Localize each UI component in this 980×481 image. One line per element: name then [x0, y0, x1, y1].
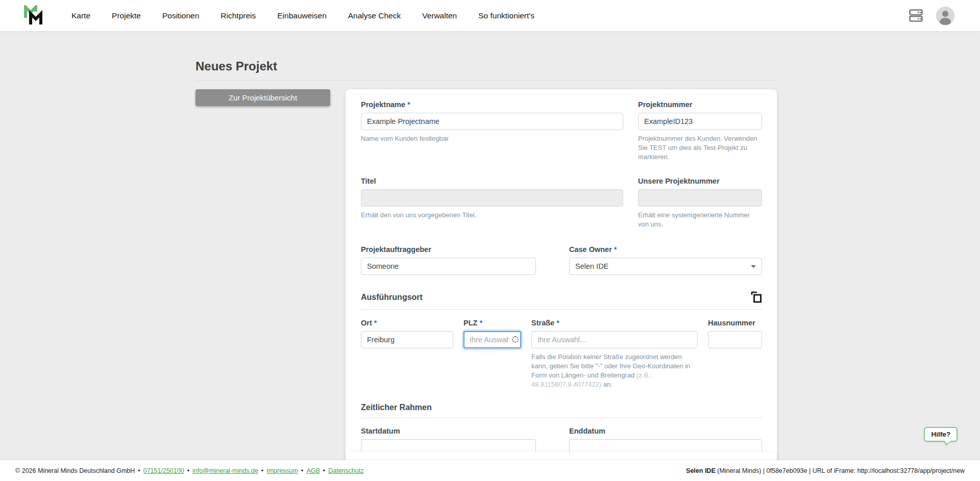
strasse-helper-suffix: an.: [601, 381, 612, 388]
required-asterisk: *: [479, 319, 482, 327]
footer-link-phone[interactable]: 07151/250100: [143, 467, 184, 474]
nav-item-verwalten[interactable]: Verwalten: [422, 11, 457, 20]
field-titel: Titel Erhält den von uns vorgegebenen Ti…: [361, 177, 623, 229]
strasse-input[interactable]: [531, 331, 698, 348]
projektnummer-input[interactable]: [638, 113, 762, 130]
section-divider: [361, 309, 762, 310]
field-strasse: Straße* Falls die Position keiner Straße…: [531, 319, 698, 389]
session-details: (Mineral Minds) | 0f58e7eb093e | URL of …: [716, 467, 965, 474]
titel-helper: Erhält den von uns vorgegebenen Titel.: [361, 211, 623, 220]
ausfuehrungsort-title: Ausführungsort: [361, 293, 423, 302]
chevron-down-icon: [751, 265, 756, 268]
mineral-minds-logo-icon[interactable]: [23, 5, 45, 27]
footer-separator: •: [138, 467, 140, 474]
hausnummer-label: Hausnummer: [708, 319, 755, 327]
server-icon[interactable]: [909, 9, 923, 22]
help-button[interactable]: Hilfe?: [924, 427, 958, 442]
field-case-owner: Case Owner* Selen IDE: [569, 245, 762, 275]
nav-item-so-funktionierts[interactable]: So funktioniert's: [478, 11, 534, 20]
hausnummer-input[interactable]: [708, 331, 762, 348]
zeitlicher-rahmen-title: Zeitlicher Rahmen: [361, 403, 432, 412]
projektname-helper: Name vom Kunden festlegbar: [361, 134, 623, 143]
required-asterisk: *: [374, 319, 377, 327]
enddatum-label: Enddatum: [569, 427, 605, 435]
section-ausfuehrungsort: Ausführungsort Ort*: [361, 291, 762, 389]
case-owner-select[interactable]: Selen IDE: [569, 258, 762, 275]
required-asterisk: *: [614, 245, 617, 254]
case-owner-selected-value: Selen IDE: [575, 262, 608, 270]
unsere-projektnummer-helper: Erhält eine systemgenerierte Nummer von …: [638, 211, 762, 229]
projektnummer-helper: Projektnummer des Kunden. Verwenden Sie …: [638, 134, 762, 162]
titel-label: Titel: [361, 177, 376, 185]
top-navbar: Karte Projekte Positionen Richtpreis Ein…: [0, 0, 980, 31]
nav-item-positionen[interactable]: Positionen: [162, 11, 199, 20]
footer-session-info: Selen IDE (Mineral Minds) | 0f58e7eb093e…: [686, 467, 965, 474]
titel-input: [361, 189, 623, 207]
nav-item-analyse-check[interactable]: Analyse Check: [348, 11, 401, 20]
projektname-label: Projektname: [361, 100, 405, 109]
projektnummer-label: Projektnummer: [638, 100, 692, 109]
ort-label: Ort: [361, 319, 372, 327]
footer-left: © 2026 Mineral Minds Deutschland GmbH • …: [15, 467, 364, 474]
section-zeitlicher-rahmen: Zeitlicher Rahmen Startdatum Enddatum: [361, 403, 762, 457]
user-avatar-icon[interactable]: [936, 7, 954, 25]
help-bubble-tail: [944, 438, 952, 446]
title-divider: [195, 80, 777, 81]
strasse-label: Straße: [531, 319, 554, 327]
loading-spinner-icon: [512, 336, 519, 343]
main-content: Neues Projekt Zur Projektübersicht Proje…: [195, 31, 777, 469]
copy-address-button[interactable]: [751, 291, 762, 303]
page-footer: © 2026 Mineral Minds Deutschland GmbH • …: [0, 460, 980, 481]
unsere-projektnummer-label: Unsere Projektnummer: [638, 177, 720, 185]
footer-separator: •: [261, 467, 263, 474]
footer-separator: •: [323, 467, 325, 474]
strasse-helper-text: Falls die Position keiner Straße zugeord…: [531, 353, 690, 379]
field-hausnummer: Hausnummer: [708, 319, 762, 389]
footer-separator: •: [301, 467, 303, 474]
case-owner-label: Case Owner: [569, 245, 612, 254]
field-projektnummer: Projektnummer Projektnummer des Kunden. …: [638, 100, 762, 162]
footer-link-agb[interactable]: AGB: [306, 467, 320, 474]
ort-input[interactable]: [361, 331, 453, 348]
nav-item-einbauweisen[interactable]: Einbauweisen: [277, 11, 327, 20]
footer-link-datenschutz[interactable]: Datenschutz: [328, 467, 363, 474]
startdatum-label: Startdatum: [361, 427, 400, 435]
nav-item-projekte[interactable]: Projekte: [112, 11, 141, 20]
footer-separator: •: [187, 467, 189, 474]
session-user: Selen IDE: [686, 467, 716, 474]
help-label: Hilfe?: [931, 431, 950, 438]
field-plz: PLZ*: [463, 319, 521, 389]
field-ort: Ort*: [361, 319, 453, 389]
unsere-projektnummer-input: [638, 189, 762, 207]
projektauftraggeber-input[interactable]: [361, 258, 536, 275]
footer-link-email[interactable]: info@mineral-minds.de: [192, 467, 258, 474]
footer-link-impressum[interactable]: Impressum: [266, 467, 298, 474]
section-divider: [361, 418, 762, 418]
copyright-text: © 2026 Mineral Minds Deutschland GmbH: [15, 467, 135, 474]
project-overview-button[interactable]: Zur Projektübersicht: [195, 89, 330, 106]
strasse-helper: Falls die Position keiner Straße zugeord…: [531, 352, 698, 389]
field-projektname: Projektname* Name vom Kunden festlegbar: [361, 100, 623, 162]
plz-label: PLZ: [463, 319, 477, 327]
nav-item-karte[interactable]: Karte: [71, 11, 90, 20]
field-projektauftraggeber: Projektauftraggeber: [361, 245, 536, 275]
required-asterisk: *: [556, 319, 559, 327]
projektauftraggeber-label: Projektauftraggeber: [361, 245, 431, 254]
page-title: Neues Projekt: [195, 59, 777, 73]
main-navigation: Karte Projekte Positionen Richtpreis Ein…: [71, 11, 534, 20]
projektname-input[interactable]: [361, 113, 623, 130]
required-asterisk: *: [407, 100, 410, 109]
copy-icon: [751, 297, 762, 305]
nav-item-richtpreis[interactable]: Richtpreis: [220, 11, 256, 20]
field-unsere-projektnummer: Unsere Projektnummer Erhält eine systemg…: [638, 177, 762, 229]
new-project-form-card: Projektname* Name vom Kunden festlegbar …: [346, 89, 777, 469]
